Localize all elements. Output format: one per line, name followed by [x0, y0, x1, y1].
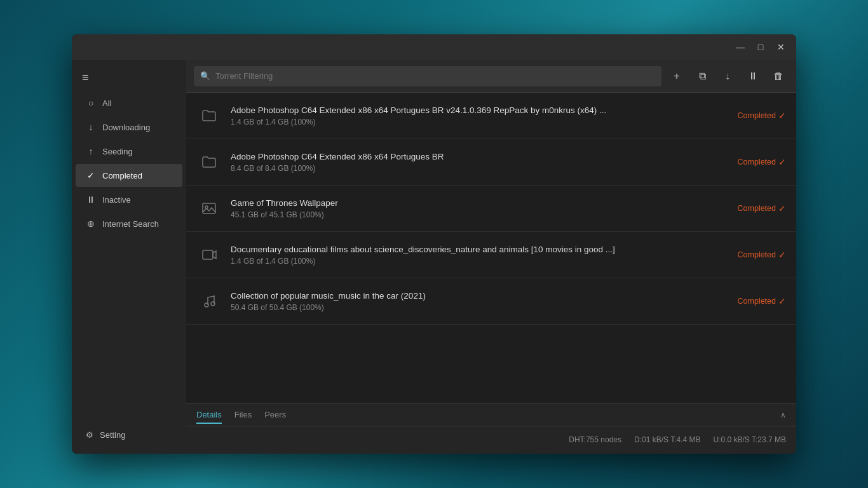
- torrent-name: Adobe Photoshop C64 Extended x86 x64 Por…: [231, 105, 729, 115]
- close-button[interactable]: ✕: [771, 37, 791, 57]
- torrent-icon: [196, 242, 222, 268]
- sidebar-item-completed[interactable]: ✓ Completed: [76, 164, 182, 187]
- bottom-panel: Details Files Peers ∧ DHT:755 nodes D:01…: [186, 403, 796, 454]
- bottom-status: DHT:755 nodes D:01 kB/S T:4.4 MB U:0.0 k…: [186, 426, 796, 453]
- tab-files[interactable]: Files: [234, 406, 252, 423]
- torrent-item[interactable]: Documentary educational films about scie…: [186, 232, 796, 278]
- sidebar-label-inactive: Inactive: [102, 195, 131, 205]
- torrent-icon: [196, 288, 222, 314]
- app-window: — □ ✕ ≡ ○ All ↓ Downloading ↑ Seeding ✓ …: [72, 34, 796, 454]
- sidebar-label-completed: Completed: [102, 171, 142, 180]
- status-label: Completed: [738, 204, 776, 213]
- status-check-icon: ✓: [778, 203, 786, 214]
- torrent-status: Completed ✓: [738, 203, 786, 214]
- torrent-size: 50.4 GB of 50.4 GB (100%): [231, 303, 729, 312]
- torrent-icon: [196, 103, 222, 128]
- minimize-button[interactable]: —: [730, 37, 750, 57]
- torrent-info: Game of Thrones Wallpaper 45.1 GB of 45.…: [231, 198, 729, 219]
- sidebar-label-internet-search: Internet Search: [102, 219, 159, 229]
- inactive-icon: ⏸: [86, 194, 96, 205]
- status-check-icon: ✓: [778, 250, 786, 260]
- sidebar-label-setting: Setting: [100, 430, 125, 440]
- torrent-size: 1.4 GB of 1.4 GB (100%): [231, 118, 729, 126]
- torrent-status: Completed ✓: [738, 296, 786, 306]
- torrent-name: Adobe Photoshop C64 Extended x86 x64 Por…: [231, 152, 729, 161]
- torrent-item[interactable]: Adobe Photoshop C64 Extended x86 x64 Por…: [186, 139, 796, 186]
- torrent-size: 8.4 GB of 8.4 GB (100%): [231, 164, 729, 173]
- sidebar-item-setting[interactable]: ⚙ Setting: [76, 424, 182, 446]
- svg-rect-0: [203, 203, 215, 214]
- title-bar: — □ ✕: [72, 34, 796, 60]
- sidebar-label-all: All: [102, 98, 111, 108]
- status-check-icon: ✓: [778, 111, 786, 121]
- svg-rect-2: [203, 250, 213, 259]
- hamburger-icon[interactable]: ≡: [72, 65, 186, 91]
- torrent-icon: [196, 196, 222, 221]
- internet-search-icon: ⊕: [86, 219, 96, 229]
- bottom-tabs: Details Files Peers ∧: [186, 403, 796, 426]
- status-label: Completed: [738, 297, 776, 306]
- collapse-icon[interactable]: ∧: [780, 410, 786, 419]
- search-icon: 🔍: [200, 71, 210, 81]
- status-label: Completed: [738, 111, 776, 120]
- toolbar: 🔍 + ⧉ ↓ ⏸ 🗑: [186, 60, 796, 93]
- sidebar-item-downloading[interactable]: ↓ Downloading: [76, 116, 182, 139]
- torrent-name: Collection of popular music_music in the…: [231, 291, 729, 301]
- status-label: Completed: [738, 158, 776, 166]
- downloading-icon: ↓: [86, 122, 96, 132]
- seeding-icon: ↑: [86, 146, 96, 156]
- all-icon: ○: [86, 98, 96, 108]
- search-input[interactable]: [215, 71, 655, 81]
- torrent-info: Adobe Photoshop C64 Extended x86 x64 Por…: [231, 105, 729, 126]
- sidebar-item-seeding[interactable]: ↑ Seeding: [76, 140, 182, 163]
- torrent-list: Adobe Photoshop C64 Extended x86 x64 Por…: [186, 93, 796, 403]
- torrent-item[interactable]: Collection of popular music_music in the…: [186, 278, 796, 325]
- completed-icon: ✓: [86, 170, 96, 180]
- pause-button[interactable]: ⏸: [743, 66, 763, 86]
- setting-icon: ⚙: [86, 430, 93, 440]
- torrent-item[interactable]: Game of Thrones Wallpaper 45.1 GB of 45.…: [186, 186, 796, 232]
- status-check-icon: ✓: [778, 157, 786, 167]
- torrent-info: Collection of popular music_music in the…: [231, 291, 729, 312]
- sidebar-item-internet-search[interactable]: ⊕ Internet Search: [76, 212, 182, 235]
- upload-status: U:0.0 kB/S T:23.7 MB: [714, 435, 787, 444]
- torrent-size: 45.1 GB of 45.1 GB (100%): [231, 210, 729, 219]
- torrent-size: 1.4 GB of 1.4 GB (100%): [231, 257, 729, 266]
- status-label: Completed: [738, 250, 776, 259]
- torrent-status: Completed ✓: [738, 250, 786, 260]
- torrent-icon: [196, 149, 222, 175]
- torrent-status: Completed ✓: [738, 111, 786, 121]
- torrent-name: Game of Thrones Wallpaper: [231, 198, 729, 208]
- sidebar-label-seeding: Seeding: [102, 147, 133, 156]
- torrent-item[interactable]: Adobe Photoshop C64 Extended x86 x64 Por…: [186, 93, 796, 139]
- search-box: 🔍: [194, 66, 661, 86]
- delete-button[interactable]: 🗑: [768, 66, 789, 86]
- dht-status: DHT:755 nodes: [569, 435, 621, 444]
- sidebar: ≡ ○ All ↓ Downloading ↑ Seeding ✓ Comple…: [72, 60, 186, 454]
- sidebar-item-inactive[interactable]: ⏸ Inactive: [76, 188, 182, 211]
- torrent-name: Documentary educational films about scie…: [231, 245, 729, 254]
- download-status: D:01 kB/S T:4.4 MB: [634, 435, 701, 444]
- copy-button[interactable]: ⧉: [692, 66, 712, 86]
- status-check-icon: ✓: [778, 296, 786, 306]
- torrent-info: Documentary educational films about scie…: [231, 245, 729, 266]
- content-area: 🔍 + ⧉ ↓ ⏸ 🗑 Adobe Photoshop C64 Extended…: [186, 60, 796, 454]
- download-button[interactable]: ↓: [717, 66, 738, 86]
- tab-peers[interactable]: Peers: [264, 406, 286, 423]
- torrent-status: Completed ✓: [738, 157, 786, 167]
- sidebar-item-all[interactable]: ○ All: [76, 92, 182, 114]
- tab-details[interactable]: Details: [196, 406, 222, 423]
- maximize-button[interactable]: □: [750, 37, 771, 57]
- sidebar-label-downloading: Downloading: [102, 123, 150, 132]
- add-button[interactable]: +: [667, 66, 687, 86]
- main-layout: ≡ ○ All ↓ Downloading ↑ Seeding ✓ Comple…: [72, 60, 796, 454]
- torrent-info: Adobe Photoshop C64 Extended x86 x64 Por…: [231, 152, 729, 173]
